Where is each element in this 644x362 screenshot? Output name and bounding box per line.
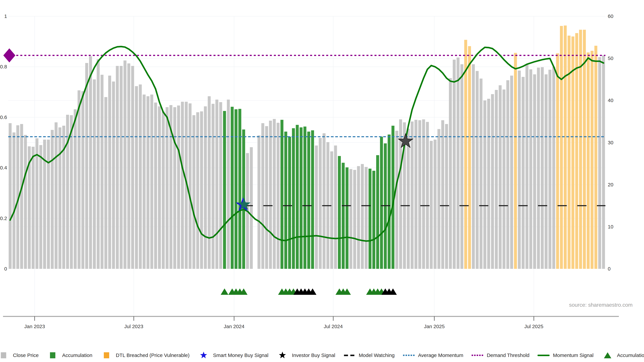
dtl-breached-bar	[568, 36, 570, 269]
accumulation-bar	[238, 109, 241, 269]
left-axis-label: 0.6	[0, 114, 7, 120]
dtl-breached-bar	[464, 40, 467, 269]
close-price-bar	[518, 70, 521, 269]
close-price-bar	[499, 85, 502, 269]
close-price-bar	[319, 138, 322, 269]
close-price-bar	[506, 80, 509, 269]
accumulation-bar	[284, 132, 287, 269]
dtl-breached-bar	[587, 52, 590, 269]
legend-item-smart-money-buy-signal: Smart Money Buy Signal	[197, 351, 268, 359]
close-price-bar	[453, 60, 456, 269]
close-price-bar	[602, 55, 605, 269]
accumulation-bar	[307, 132, 310, 269]
close-price-bar	[93, 79, 96, 269]
close-price-bar	[215, 99, 218, 269]
close-price-bar	[533, 74, 536, 269]
close-price-bar	[258, 135, 260, 269]
close-price-bar	[422, 119, 425, 269]
close-price-bar	[200, 111, 203, 269]
close-price-bar	[526, 64, 528, 269]
right-axis-label: 0	[608, 266, 611, 272]
close-price-bar	[438, 129, 440, 269]
dtl-breached-bar	[556, 53, 559, 269]
close-price-bar	[434, 140, 436, 269]
accumulation-triangle-icon	[221, 289, 228, 295]
legend-label: Accumulation	[617, 353, 644, 358]
legend-item-model-watching: Model Watching	[343, 351, 394, 359]
close-price-bar	[445, 124, 448, 269]
close-price-bar	[548, 70, 552, 269]
right-axis-label: 30	[608, 140, 613, 145]
average-momentum-swatch-icon	[402, 351, 416, 359]
close-price-bar	[529, 69, 532, 269]
close-price-bar	[135, 86, 138, 269]
legend-item-demand-threshold: Demand Threshold	[470, 351, 530, 359]
dtl-breached-bar	[514, 53, 517, 269]
momentum-signal-swatch-icon	[537, 351, 550, 359]
close-price-bar	[537, 67, 540, 269]
price-momentum-chart: Jan 2023Jul 2023Jan 2024Jul 2024Jan 2025…	[0, 0, 644, 350]
close-price-bar	[315, 145, 318, 269]
dtl-breached-bar	[583, 30, 586, 269]
legend-label: Investor Buy Signal	[292, 353, 335, 358]
close-price-bar	[250, 147, 253, 269]
close-price-bar	[150, 94, 153, 269]
close-price-bar	[24, 135, 27, 269]
close-price-bar	[414, 120, 418, 269]
close-price-bar	[510, 76, 513, 269]
legend-label: Demand Threshold	[487, 353, 530, 358]
dtl-breached-price-vulnerable-swatch-icon	[100, 351, 113, 359]
x-axis-tick-label: Jan 2024	[224, 324, 244, 329]
close-price-bar	[449, 78, 452, 269]
close-price-bar	[81, 91, 84, 269]
legend-label: Average Momentum	[418, 353, 464, 358]
close-price-bar	[192, 115, 196, 269]
close-price-bar	[70, 115, 73, 269]
close-price-bar	[158, 106, 161, 269]
accumulation-swatch-icon	[601, 351, 614, 359]
close-price-bar	[407, 129, 410, 269]
x-axis-tick-label: Jul 2025	[524, 324, 543, 329]
close-price-bar	[430, 141, 433, 269]
close-price-bar	[162, 111, 165, 269]
accumulation-bar	[231, 107, 234, 269]
legend-item-close-price: Close Price	[0, 351, 38, 359]
close-price-bar	[204, 106, 207, 269]
close-price-bar	[173, 107, 176, 269]
close-price-bar	[410, 121, 414, 269]
close-price-bar	[143, 94, 146, 269]
close-price-bar	[261, 123, 264, 269]
close-price-bar	[502, 89, 506, 269]
close-price-bar	[189, 103, 192, 269]
accumulation-bar	[288, 137, 291, 269]
legend-label: Momentum Signal	[553, 353, 594, 358]
dtl-breached-bar	[594, 46, 598, 269]
legend-label: Smart Money Buy Signal	[213, 353, 268, 358]
accumulation-bar	[346, 167, 348, 269]
close-price-bar	[441, 120, 444, 269]
dtl-breached-bar	[564, 25, 567, 269]
close-price-bar	[74, 109, 77, 269]
close-price-bar	[273, 119, 276, 269]
right-axis-label: 60	[608, 13, 613, 19]
close-price-bar	[265, 126, 268, 269]
accumulation-swatch-icon	[46, 351, 59, 359]
accumulation-bar	[338, 156, 341, 269]
close-price-bar	[108, 76, 111, 269]
close-price-bar	[277, 123, 280, 269]
close-price-bar	[177, 105, 180, 269]
legend-label: Close Price	[13, 353, 38, 358]
close-price-bar	[598, 57, 601, 269]
close-price-bar	[541, 67, 544, 269]
close-price-bar	[85, 63, 88, 269]
accumulation-bar	[380, 137, 383, 269]
close-price-bar	[124, 60, 126, 269]
close-price-bar	[97, 59, 100, 269]
right-axis-label: 20	[608, 182, 613, 187]
demand-threshold-diamond-icon	[3, 48, 16, 62]
close-price-bar	[552, 67, 555, 269]
close-price-bar	[219, 102, 222, 269]
close-price-bar	[9, 123, 12, 269]
close-price-bar	[127, 63, 130, 269]
demand-threshold-swatch-icon	[470, 351, 484, 359]
